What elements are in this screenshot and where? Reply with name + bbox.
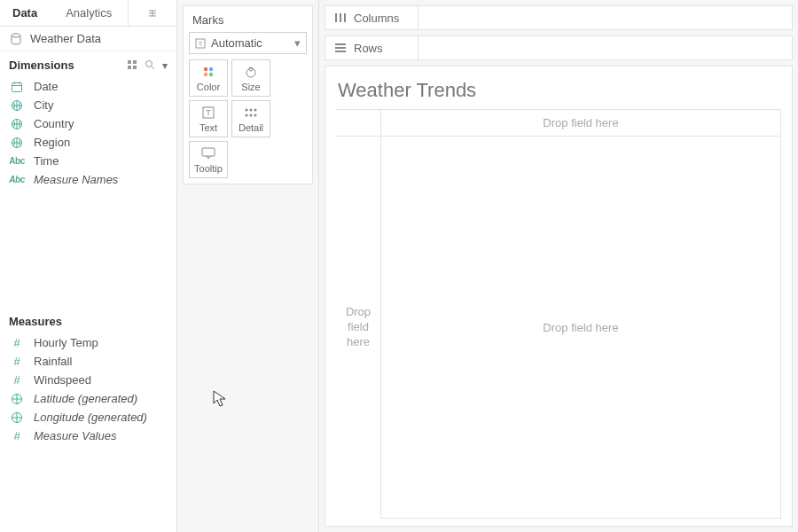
globe-icon: [9, 118, 25, 130]
field-label: Windspeed: [34, 373, 91, 387]
field-region[interactable]: Region: [5, 133, 171, 152]
mark-label: Size: [241, 82, 260, 92]
field-city[interactable]: City: [5, 96, 171, 114]
svg-point-15: [209, 66, 213, 70]
tooltip-icon: [201, 146, 215, 160]
mark-label: Text: [200, 122, 217, 133]
field-label: Latitude (generated): [34, 392, 137, 405]
rows-shelf-label: Rows: [325, 36, 419, 59]
mark-color-button[interactable]: Color: [189, 59, 228, 97]
dimensions-list: Date City Country Region Abc Time Abc M: [0, 77, 176, 196]
viz-grid: Drop field here Drop field here Drop fie…: [336, 109, 781, 519]
field-label: Date: [34, 80, 58, 93]
field-country[interactable]: Country: [5, 114, 171, 133]
database-icon: [9, 33, 23, 45]
detail-icon: [244, 106, 258, 120]
shelf-text: Columns: [354, 12, 399, 25]
tab-menu-icon[interactable]: [128, 0, 176, 26]
field-windspeed[interactable]: # Windspeed: [5, 371, 171, 389]
hash-icon: #: [9, 336, 25, 349]
field-label: City: [34, 98, 53, 112]
canvas-area: Columns Rows Weather Trends Drop field h…: [319, 0, 798, 532]
field-label: Measure Names: [34, 173, 118, 186]
text-icon: T: [195, 38, 206, 49]
viz-corner: [336, 110, 380, 137]
hash-icon: #: [9, 429, 25, 442]
search-icon[interactable]: [145, 59, 155, 72]
color-icon: [201, 65, 215, 79]
measures-list: # Hourly Temp # Rainfall # Windspeed Lat…: [0, 333, 176, 452]
svg-rect-3: [128, 66, 131, 69]
mark-label: Color: [197, 82, 220, 92]
svg-text:T: T: [206, 108, 211, 117]
drop-text: Drop field here: [346, 305, 371, 350]
field-label: Rainfall: [34, 355, 72, 368]
datasource-row[interactable]: Weather Data: [0, 27, 176, 51]
svg-point-24: [254, 108, 257, 111]
shelf-text: Rows: [354, 42, 383, 55]
calendar-icon: [9, 81, 25, 93]
svg-rect-28: [202, 148, 215, 156]
dimensions-title: Dimensions: [9, 59, 74, 72]
svg-point-22: [246, 108, 248, 111]
svg-point-0: [12, 34, 20, 37]
field-hourly-temp[interactable]: # Hourly Temp: [5, 333, 171, 352]
mark-detail-button[interactable]: Detail: [231, 100, 270, 137]
svg-point-18: [246, 68, 255, 77]
svg-point-27: [254, 113, 257, 116]
field-label: Longitude (generated): [34, 411, 147, 424]
field-measure-names[interactable]: Abc Measure Names: [5, 170, 171, 189]
columns-shelf[interactable]: Columns: [325, 5, 793, 30]
menu-caret-icon[interactable]: ▾: [162, 59, 168, 72]
dimensions-header: Dimensions ▾: [0, 51, 176, 77]
data-pane: Data Analytics Weather Data Dimensions ▾: [0, 0, 177, 532]
globe-icon: [9, 137, 25, 149]
rows-icon: [334, 43, 347, 53]
view-grid-icon[interactable]: [127, 59, 137, 72]
mark-label: Detail: [239, 122, 263, 133]
sidebar-tabs: Data Analytics: [0, 0, 176, 27]
globe-icon: [9, 99, 25, 112]
mark-label: Tooltip: [194, 163, 223, 174]
sheet-title[interactable]: Weather Trends: [336, 79, 781, 109]
globe-icon: [9, 393, 25, 405]
field-label: Region: [34, 136, 70, 149]
marks-pane: Marks T Automatic ▾ Color Size: [177, 0, 319, 532]
marks-buttons: Color Size T Text Detail: [189, 59, 307, 178]
svg-point-17: [209, 72, 213, 75]
svg-text:T: T: [199, 40, 203, 48]
field-rainfall[interactable]: # Rainfall: [5, 352, 171, 371]
tab-data[interactable]: Data: [0, 0, 53, 26]
marks-type-select[interactable]: T Automatic ▾: [189, 32, 307, 54]
mark-text-button[interactable]: T Text: [189, 100, 228, 137]
hash-icon: #: [9, 373, 25, 387]
tab-analytics[interactable]: Analytics: [53, 0, 128, 26]
viz-column-drop[interactable]: Drop field here: [380, 110, 781, 137]
hash-icon: #: [9, 355, 25, 368]
field-measure-values[interactable]: # Measure Values: [5, 426, 171, 445]
field-label: Hourly Temp: [34, 336, 98, 349]
viz-main-drop[interactable]: Drop field here: [380, 137, 781, 519]
svg-point-16: [204, 72, 207, 75]
rows-shelf[interactable]: Rows: [325, 35, 793, 60]
svg-rect-2: [133, 60, 137, 64]
text-icon: T: [202, 106, 215, 120]
columns-shelf-label: Columns: [325, 6, 419, 29]
field-latitude[interactable]: Latitude (generated): [5, 389, 171, 408]
measures-header: Measures: [0, 308, 176, 333]
field-time[interactable]: Abc Time: [5, 152, 171, 170]
field-longitude[interactable]: Longitude (generated): [5, 408, 171, 426]
viz-canvas: Weather Trends Drop field here Drop fiel…: [325, 66, 793, 527]
viz-row-drop[interactable]: Drop field here: [336, 137, 380, 519]
mark-size-button[interactable]: Size: [231, 59, 270, 97]
field-date[interactable]: Date: [5, 77, 171, 96]
marks-card: Marks T Automatic ▾ Color Size: [183, 5, 313, 184]
svg-point-5: [146, 60, 153, 66]
svg-point-25: [246, 113, 248, 116]
chevron-down-icon: ▾: [294, 36, 301, 50]
svg-point-23: [250, 108, 253, 111]
mark-tooltip-button[interactable]: Tooltip: [189, 141, 228, 178]
size-icon: [244, 65, 258, 79]
abc-icon: Abc: [9, 156, 25, 166]
svg-rect-1: [128, 60, 131, 64]
